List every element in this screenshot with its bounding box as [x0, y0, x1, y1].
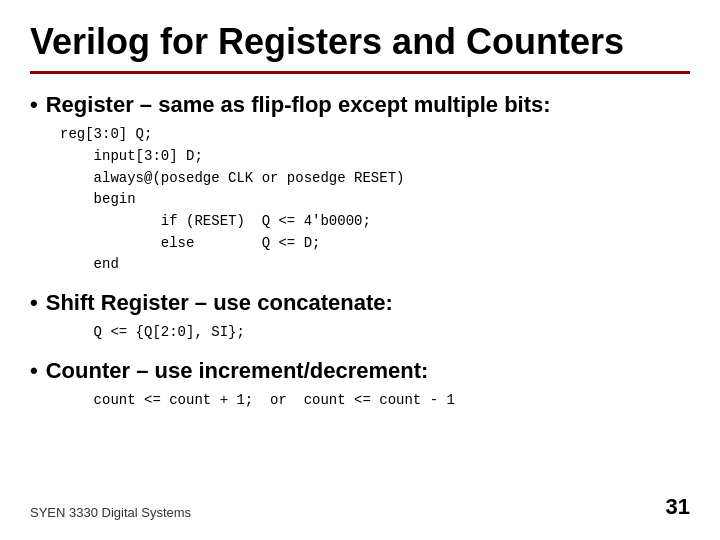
code-block-shift: Q <= {Q[2:0], SI}; — [60, 322, 690, 344]
slide-footer: SYEN 3330 Digital Systems 31 — [30, 486, 690, 520]
title-divider — [30, 71, 690, 74]
bullet-dot-3: • — [30, 358, 38, 384]
code-line-r5: if (RESET) Q <= 4'b0000; — [60, 211, 690, 233]
code-block-counter: count <= count + 1; or count <= count - … — [60, 390, 690, 412]
bullet-heading-register: • Register – same as flip-flop except mu… — [30, 92, 690, 118]
footer-course-label: SYEN 3330 Digital Systems — [30, 505, 191, 520]
bullet-dot-1: • — [30, 92, 38, 118]
code-line-c1: count <= count + 1; or count <= count - … — [60, 390, 690, 412]
bullet-dot-2: • — [30, 290, 38, 316]
code-line-r6: else Q <= D; — [60, 233, 690, 255]
bullet-section-shift: • Shift Register – use concatenate: Q <=… — [30, 290, 690, 344]
bullet-text-register: Register – same as flip-flop except mult… — [46, 92, 551, 118]
code-line-s1: Q <= {Q[2:0], SI}; — [60, 322, 690, 344]
footer-page-number: 31 — [666, 494, 690, 520]
slide-title: Verilog for Registers and Counters — [30, 20, 690, 63]
code-line-r7: end — [60, 254, 690, 276]
slide: Verilog for Registers and Counters • Reg… — [0, 0, 720, 540]
bullet-text-shift: Shift Register – use concatenate: — [46, 290, 393, 316]
bullet-section-register: • Register – same as flip-flop except mu… — [30, 92, 690, 276]
bullet-section-counter: • Counter – use increment/decrement: cou… — [30, 358, 690, 412]
code-line-r1: reg[3:0] Q; — [60, 124, 690, 146]
code-line-r4: begin — [60, 189, 690, 211]
code-line-r2: input[3:0] D; — [60, 146, 690, 168]
bullet-heading-counter: • Counter – use increment/decrement: — [30, 358, 690, 384]
code-line-r3: always@(posedge CLK or posedge RESET) — [60, 168, 690, 190]
bullet-heading-shift: • Shift Register – use concatenate: — [30, 290, 690, 316]
code-block-register: reg[3:0] Q; input[3:0] D; always@(posedg… — [60, 124, 690, 276]
bullet-text-counter: Counter – use increment/decrement: — [46, 358, 429, 384]
